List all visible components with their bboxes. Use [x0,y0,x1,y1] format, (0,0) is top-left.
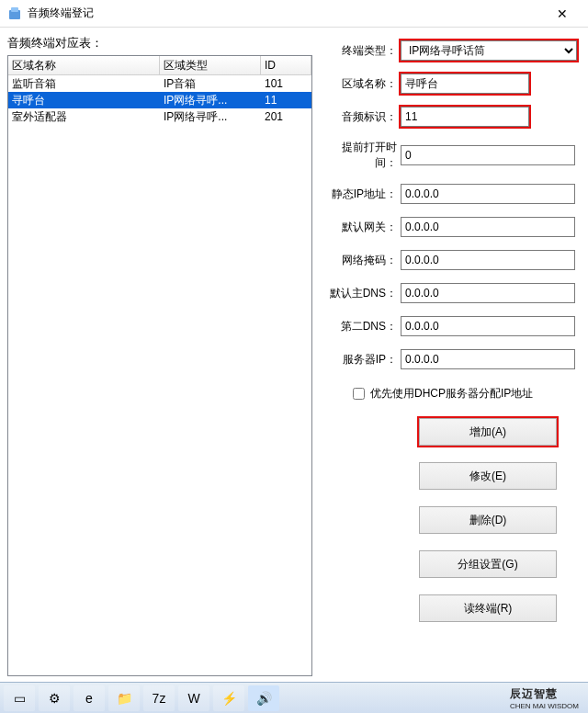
area-name-input[interactable] [401,74,529,94]
right-panel: 终端类型： IP网络寻呼话筒 区域名称： 音频标识： 提前打开时间： 静态IP地… [312,35,582,676]
close-button[interactable]: ✕ [544,6,581,21]
terminal-table[interactable]: 区域名称 区域类型 ID 监听音箱IP音箱101寻呼台IP网络寻呼...11室外… [7,55,312,676]
delete-button[interactable]: 删除(D) [419,506,557,534]
table-cell: 201 [261,108,311,125]
read-button[interactable]: 读终端(R) [419,594,557,622]
left-panel: 音频终端对应表： 区域名称 区域类型 ID 监听音箱IP音箱101寻呼台IP网络… [7,35,312,676]
th-id[interactable]: ID [261,56,311,74]
dhcp-label: 优先使用DHCP服务器分配IP地址 [370,386,533,402]
table-cell: IP网络寻呼... [160,92,261,108]
taskbar-item[interactable]: 🔊 [248,685,279,711]
table-cell: 11 [261,92,311,108]
table-cell: 寻呼台 [8,92,160,108]
dns2-label: 第二DNS： [325,319,397,334]
taskbar-item[interactable]: ▭ [4,685,35,711]
table-label: 音频终端对应表： [7,35,312,51]
table-row[interactable]: 室外适配器IP网络寻呼...201 [8,108,311,125]
taskbar-item[interactable]: W [178,685,209,711]
table-cell: IP音箱 [160,75,261,92]
table-cell: 监听音箱 [8,75,160,92]
terminal-type-select[interactable]: IP网络寻呼话筒 [401,40,577,61]
taskbar-item[interactable]: ⚙ [39,685,70,711]
gateway-input[interactable] [401,217,575,237]
table-cell: 101 [261,75,311,92]
preopen-label: 提前打开时间： [325,140,397,171]
th-area-name[interactable]: 区域名称 [8,56,160,74]
terminal-type-label: 终端类型： [325,43,397,59]
group-button[interactable]: 分组设置(G) [419,550,557,578]
dhcp-checkbox[interactable] [353,388,365,400]
brand-logo: 辰迈智慧 CHEN MAI WISDOM [510,686,584,710]
gateway-label: 默认网关： [325,220,397,235]
taskbar: ▭⚙e📁7zW⚡🔊 辰迈智慧 CHEN MAI WISDOM [0,682,588,713]
netmask-input[interactable] [401,250,575,270]
static-ip-label: 静态IP地址： [325,187,397,202]
taskbar-item[interactable]: e [74,685,105,711]
table-cell: IP网络寻呼... [160,108,261,125]
add-button[interactable]: 增加(A) [419,418,557,446]
table-row[interactable]: 寻呼台IP网络寻呼...11 [8,92,311,108]
svg-rect-1 [11,7,18,12]
netmask-label: 网络掩码： [325,253,397,268]
modify-button[interactable]: 修改(E) [419,462,557,490]
taskbar-item[interactable]: 📁 [108,685,140,711]
preopen-input[interactable] [401,145,575,165]
table-cell: 室外适配器 [8,108,160,125]
table-header: 区域名称 区域类型 ID [8,56,311,75]
dns1-input[interactable] [401,283,575,303]
th-area-type[interactable]: 区域类型 [160,56,261,74]
server-ip-input[interactable] [401,349,575,369]
table-row[interactable]: 监听音箱IP音箱101 [8,75,311,92]
static-ip-input[interactable] [401,184,575,204]
window-title: 音频终端登记 [28,6,544,21]
server-ip-label: 服务器IP： [325,352,397,368]
app-icon [7,6,22,21]
audio-id-label: 音频标识： [325,109,397,125]
audio-id-input[interactable] [401,107,529,127]
taskbar-item[interactable]: 7z [143,685,175,711]
area-name-label: 区域名称： [325,76,397,92]
taskbar-item[interactable]: ⚡ [213,685,244,711]
title-bar: 音频终端登记 ✕ [0,0,588,28]
dns2-input[interactable] [401,316,575,336]
dns1-label: 默认主DNS： [325,286,397,301]
